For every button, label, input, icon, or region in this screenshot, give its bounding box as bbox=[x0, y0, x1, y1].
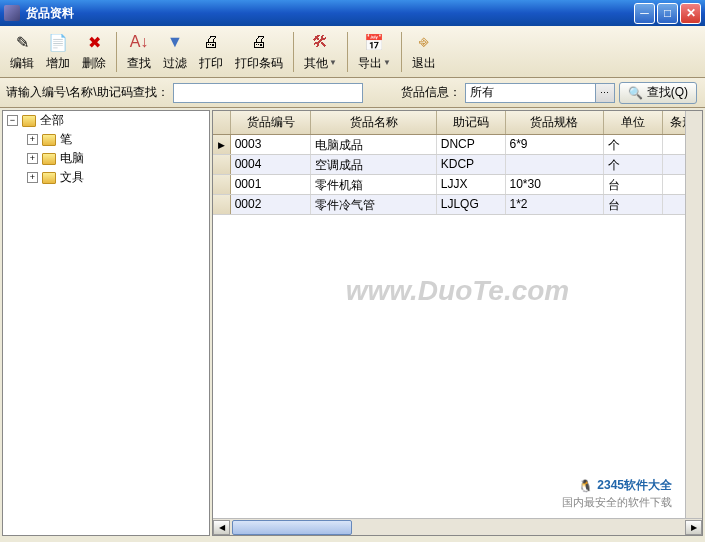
folder-icon bbox=[22, 115, 36, 127]
row-selector-header bbox=[213, 111, 231, 134]
expand-icon[interactable]: + bbox=[27, 153, 38, 164]
sort-icon: A↓ bbox=[128, 31, 150, 53]
col-header[interactable]: 助记码 bbox=[437, 111, 506, 134]
grid-header: 货品编号 货品名称 助记码 货品规格 单位 条形 bbox=[213, 111, 702, 135]
tree-label: 文具 bbox=[60, 169, 84, 186]
info-label: 货品信息： bbox=[401, 84, 461, 101]
scroll-thumb[interactable] bbox=[232, 520, 352, 535]
export-button[interactable]: 📅 导出▼ bbox=[352, 29, 397, 74]
find-button[interactable]: A↓ 查找 bbox=[121, 29, 157, 74]
expand-icon[interactable]: + bbox=[27, 134, 38, 145]
table-row[interactable]: ▶ 0003 电脑成品 DNCP 6*9 个 bbox=[213, 135, 702, 155]
horizontal-scrollbar[interactable]: ◀ ▶ bbox=[213, 518, 702, 535]
watermark: www.DuoTe.com bbox=[346, 275, 570, 307]
search-input[interactable] bbox=[173, 83, 363, 103]
search-icon: 🔍 bbox=[628, 86, 643, 100]
scroll-right-button[interactable]: ▶ bbox=[685, 520, 702, 535]
folder-icon bbox=[42, 172, 56, 184]
col-header[interactable]: 货品名称 bbox=[311, 111, 437, 134]
brand-logo: 🐧 2345软件大全 bbox=[578, 477, 672, 494]
separator bbox=[116, 32, 117, 72]
search-label: 请输入编号\名称\助记码查找： bbox=[6, 84, 169, 101]
brand-slogan: 国内最安全的软件下载 bbox=[562, 495, 672, 510]
tree-panel: − 全部 + 笔 + 电脑 + 文具 bbox=[2, 110, 210, 536]
col-header[interactable]: 货品规格 bbox=[506, 111, 604, 134]
toolbar: ✎ 编辑 📄 增加 ✖ 删除 A↓ 查找 ▼ 过滤 🖨 打印 🖨 打印条码 🛠 … bbox=[0, 26, 705, 78]
row-indicator-icon: ▶ bbox=[213, 135, 231, 154]
exit-button[interactable]: ⎆ 退出 bbox=[406, 29, 442, 74]
maximize-button[interactable]: □ bbox=[657, 3, 678, 24]
tree-label: 全部 bbox=[40, 112, 64, 129]
barcode-icon: 🖨 bbox=[248, 31, 270, 53]
vertical-scrollbar[interactable] bbox=[685, 111, 702, 518]
table-row[interactable]: 0004 空调成品 KDCP 个 bbox=[213, 155, 702, 175]
grid-body: ▶ 0003 电脑成品 DNCP 6*9 个 0004 空调成品 KDCP 个 … bbox=[213, 135, 702, 518]
col-header[interactable]: 单位 bbox=[604, 111, 663, 134]
minimize-button[interactable]: ─ bbox=[634, 3, 655, 24]
mascot-icon: 🐧 bbox=[578, 479, 593, 493]
search-button[interactable]: 🔍 查找(Q) bbox=[619, 82, 697, 104]
export-icon: 📅 bbox=[363, 31, 385, 53]
folder-icon bbox=[42, 153, 56, 165]
add-icon: 📄 bbox=[47, 31, 69, 53]
row-indicator bbox=[213, 195, 231, 214]
window-title: 货品资料 bbox=[26, 5, 634, 22]
print-barcode-button[interactable]: 🖨 打印条码 bbox=[229, 29, 289, 74]
separator bbox=[347, 32, 348, 72]
edit-button[interactable]: ✎ 编辑 bbox=[4, 29, 40, 74]
col-header[interactable]: 货品编号 bbox=[231, 111, 311, 134]
delete-button[interactable]: ✖ 删除 bbox=[76, 29, 112, 74]
folder-icon bbox=[42, 134, 56, 146]
funnel-icon: ▼ bbox=[164, 31, 186, 53]
row-indicator bbox=[213, 155, 231, 174]
title-bar: 货品资料 ─ □ ✕ bbox=[0, 0, 705, 26]
table-row[interactable]: 0002 零件冷气管 LJLQG 1*2 台 bbox=[213, 195, 702, 215]
exit-icon: ⎆ bbox=[413, 31, 435, 53]
chevron-down-icon: ▼ bbox=[329, 58, 337, 67]
grid-panel: 货品编号 货品名称 助记码 货品规格 单位 条形 ▶ 0003 电脑成品 DNC… bbox=[212, 110, 703, 536]
combo-input[interactable] bbox=[465, 83, 595, 103]
tree-item[interactable]: + 电脑 bbox=[23, 149, 209, 168]
app-icon bbox=[4, 5, 20, 21]
table-row[interactable]: 0001 零件机箱 LJJX 10*30 台 bbox=[213, 175, 702, 195]
delete-icon: ✖ bbox=[83, 31, 105, 53]
tree-label: 笔 bbox=[60, 131, 72, 148]
tree-root[interactable]: − 全部 bbox=[3, 111, 209, 130]
tree-item[interactable]: + 文具 bbox=[23, 168, 209, 187]
print-button[interactable]: 🖨 打印 bbox=[193, 29, 229, 74]
info-combo[interactable]: ⋯ bbox=[465, 83, 615, 103]
row-indicator bbox=[213, 175, 231, 194]
tree-item[interactable]: + 笔 bbox=[23, 130, 209, 149]
separator bbox=[401, 32, 402, 72]
tools-icon: 🛠 bbox=[309, 31, 331, 53]
separator bbox=[293, 32, 294, 72]
chevron-down-icon: ▼ bbox=[383, 58, 391, 67]
pencil-icon: ✎ bbox=[11, 31, 33, 53]
filter-button[interactable]: ▼ 过滤 bbox=[157, 29, 193, 74]
other-button[interactable]: 🛠 其他▼ bbox=[298, 29, 343, 74]
close-button[interactable]: ✕ bbox=[680, 3, 701, 24]
search-bar: 请输入编号\名称\助记码查找： 货品信息： ⋯ 🔍 查找(Q) bbox=[0, 78, 705, 108]
collapse-icon[interactable]: − bbox=[7, 115, 18, 126]
tree-label: 电脑 bbox=[60, 150, 84, 167]
combo-dropdown-button[interactable]: ⋯ bbox=[595, 83, 615, 103]
expand-icon[interactable]: + bbox=[27, 172, 38, 183]
printer-icon: 🖨 bbox=[200, 31, 222, 53]
scroll-left-button[interactable]: ◀ bbox=[213, 520, 230, 535]
add-button[interactable]: 📄 增加 bbox=[40, 29, 76, 74]
